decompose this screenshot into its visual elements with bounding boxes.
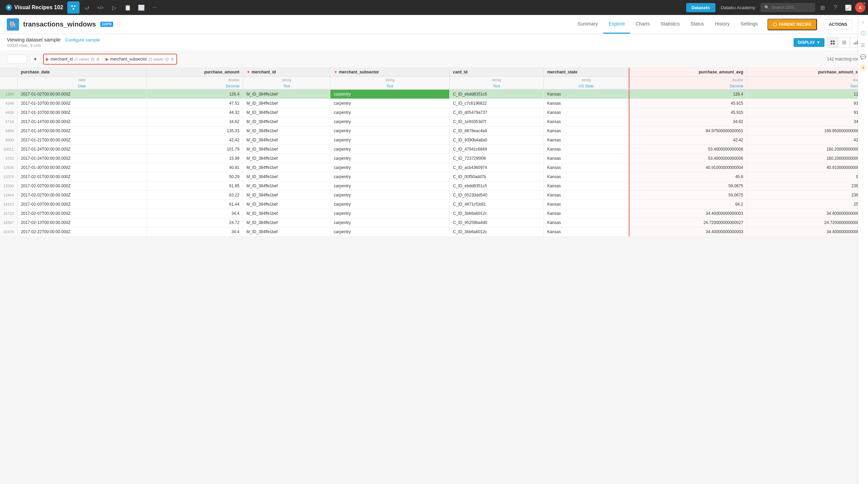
sidebar-chat-icon[interactable]: 💬	[859, 52, 868, 61]
cell-purchase-amount: 47.51	[147, 99, 243, 108]
cell-row-num: 1389	[0, 89, 17, 99]
meaning-purchase-amount-sum[interactable]: Decimal	[747, 83, 868, 89]
filter-power-icon-1[interactable]: ⏻	[91, 57, 94, 61]
cell-purchase-amount-avg: 84.97500000000001	[629, 126, 747, 136]
nav-ellipsis-icon[interactable]: ···	[149, 1, 161, 14]
cell-merchant-state: Kansas	[544, 182, 629, 191]
filter-chip-merchant-id[interactable]: ▶ merchant_id (1 value) ⏻ 🗑	[46, 57, 100, 62]
app-logo[interactable]: Visual Recipes 102	[3, 4, 66, 11]
filter-expand-button[interactable]: ▼	[30, 55, 40, 64]
tab-settings[interactable]: Settings	[735, 15, 763, 34]
meaning-merchant-id[interactable]: Text	[243, 83, 330, 89]
cell-row-num: 22479	[0, 227, 17, 237]
cell-purchase-date: 2017-01-21T00:00:00.000Z	[17, 136, 147, 145]
type-purchase-amount: double	[147, 77, 243, 83]
cell-purchase-amount-sum: 160.2000000000002	[747, 154, 868, 163]
help-icon[interactable]: ?	[829, 1, 841, 14]
filter-value-1: (1 value)	[74, 57, 89, 61]
table-row: 10011 2017-01-24T00:00:00.000Z 101.79 M_…	[0, 145, 868, 154]
sidebar-arrow-icon[interactable]: ‹	[859, 18, 868, 27]
actions-button[interactable]: ACTIONS	[824, 19, 852, 30]
th-merchant-state[interactable]: merchant_state	[544, 68, 629, 77]
table-row: 13379 2017-02-01T00:00:00.000Z 50.29 M_I…	[0, 172, 868, 182]
cell-card-id: C_ID_7237295f06	[449, 154, 543, 163]
table-row: 14157 2017-02-03T00:00:00.000Z 61.44 M_I…	[0, 200, 868, 209]
cell-card-id: C_ID_ebdd8351c5	[449, 89, 543, 99]
th-purchase-amount-sum[interactable]: purchase_amount_sum	[747, 68, 868, 77]
tab-statistics[interactable]: Statistics	[655, 15, 685, 34]
nav-code-icon[interactable]: </>	[94, 1, 107, 14]
nav-run-icon[interactable]: ▷	[108, 1, 120, 14]
grid-icon[interactable]: ⊞	[816, 1, 829, 14]
user-avatar[interactable]: A	[855, 2, 865, 13]
cell-purchase-date: 2017-01-10T00:00:00.000Z	[17, 99, 147, 108]
meaning-purchase-date[interactable]: Date	[17, 83, 147, 89]
meaning-merchant-subsector[interactable]: Text	[330, 83, 450, 89]
nav-refresh-icon[interactable]	[81, 1, 93, 14]
search-box[interactable]: 🔍 Search DSS...	[761, 3, 815, 12]
list-view-icon[interactable]	[839, 37, 850, 48]
th-purchase-amount[interactable]: purchase_amount	[147, 68, 243, 77]
cell-purchase-amount-avg: 45.6	[629, 172, 747, 182]
cell-purchase-date: 2017-01-10T00:00:00.000Z	[17, 108, 147, 117]
meaning-card-id[interactable]: Text	[449, 83, 543, 89]
tab-charts[interactable]: Charts	[630, 15, 655, 34]
meaning-merchant-state[interactable]: US State	[544, 83, 629, 89]
meaning-purchase-amount-avg[interactable]: Decimal	[629, 83, 747, 89]
tab-status[interactable]: Status	[685, 15, 710, 34]
nav-deploy-icon[interactable]: 📋	[122, 1, 134, 14]
cell-merchant-subsector: carpentry	[330, 172, 450, 182]
configure-sample-link[interactable]: Configure sample	[65, 37, 100, 42]
cell-merchant-state: Kansas	[544, 89, 629, 99]
filter-delete-icon-2[interactable]: 🗑	[171, 57, 174, 61]
table-row: 13500 2017-02-02T00:00:00.000Z 81.85 M_I…	[0, 182, 868, 191]
cell-merchant-id: M_ID_384ffe1bef	[243, 99, 330, 108]
cell-merchant-id: M_ID_384ffe1bef	[243, 172, 330, 182]
sidebar-info-icon[interactable]: ⓘ	[859, 29, 868, 38]
cell-purchase-amount: 81.85	[147, 182, 243, 191]
dataset-name: transactions_windows	[23, 20, 96, 28]
cell-purchase-amount: 135.33	[147, 126, 243, 136]
info-circle-icon[interactable]: ⓘ	[117, 21, 122, 28]
svg-rect-7	[842, 44, 846, 44]
th-card-id[interactable]: card_id	[449, 68, 543, 77]
datasets-button[interactable]: Datasets	[686, 3, 715, 12]
grid-view-icon[interactable]	[827, 37, 838, 48]
sidebar-list-icon[interactable]: ☰	[859, 41, 868, 50]
filter-power-icon-2[interactable]: ⏻	[165, 57, 169, 61]
filter-chip-merchant-subsector[interactable]: ▶ merchant_subsector (1 value) ⏻ 🗑	[106, 57, 174, 62]
type-purchase-date: date	[17, 77, 147, 83]
sidebar-count-icon[interactable]: 4	[860, 64, 867, 71]
cell-purchase-amount-sum: 34.40000000000003	[747, 227, 868, 237]
gdpr-badge[interactable]: GDPR	[100, 22, 114, 27]
cell-row-num: 12536	[0, 163, 17, 172]
meaning-purchase-amount[interactable]: Decimal	[147, 83, 243, 89]
data-table-wrapper[interactable]: purchase_date purchase_amount ▼ merchant…	[0, 68, 868, 477]
column-search-input[interactable]	[7, 55, 27, 64]
parent-recipe-button[interactable]: ⬡ PARENT RECIPE	[767, 19, 817, 30]
th-merchant-id[interactable]: ▼ merchant_id	[243, 68, 330, 77]
table-row: 5718 2017-01-14T00:00:00.000Z 34.62 M_ID…	[0, 117, 868, 126]
th-purchase-date[interactable]: purchase_date	[17, 68, 147, 77]
cell-merchant-id: M_ID_384ffe1bef	[243, 117, 330, 126]
tab-history[interactable]: History	[709, 15, 735, 34]
display-button[interactable]: DISPLAY ▼	[794, 38, 824, 47]
tab-summary[interactable]: Summary	[572, 15, 603, 34]
th-merchant-subsector[interactable]: ▼ merchant_subsector	[330, 68, 450, 77]
cell-card-id: C_ID_00f50add7b	[449, 172, 543, 182]
cell-merchant-subsector: carpentry	[330, 126, 450, 136]
top-navigation: Visual Recipes 102 </> ▷ 📋 ⬜ ··· Dataset…	[0, 0, 868, 15]
cell-purchase-amount-avg: 34.62	[629, 117, 747, 126]
nav-flow-icon[interactable]	[67, 1, 80, 14]
cell-purchase-amount-avg: 40.91000000000004	[629, 163, 747, 172]
tab-explore[interactable]: Explore	[603, 15, 630, 34]
cell-purchase-amount-avg: 45.915	[629, 108, 747, 117]
nav-more-icon[interactable]: ⬜	[135, 1, 147, 14]
th-purchase-amount-avg[interactable]: purchase_amount_avg	[629, 68, 747, 77]
trending-icon[interactable]: 📈	[842, 1, 854, 14]
cell-purchase-date: 2017-02-02T00:00:00.000Z	[17, 182, 147, 191]
cell-purchase-amount-avg: 34.40000000000003	[629, 209, 747, 218]
table-body: 1389 2017-01-02T00:00:00.000Z 126.4 M_ID…	[0, 89, 868, 237]
cell-row-num: 13500	[0, 182, 17, 191]
filter-delete-icon-1[interactable]: 🗑	[96, 57, 100, 61]
